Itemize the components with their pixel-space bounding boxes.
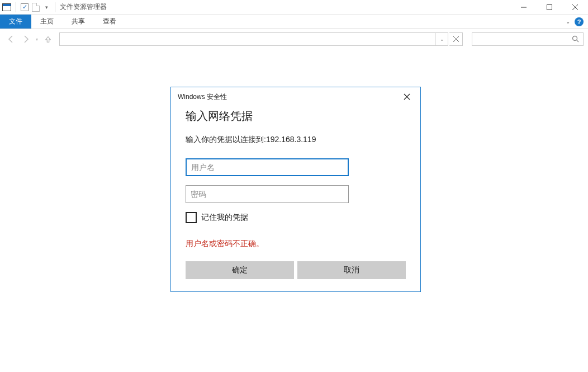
search-icon bbox=[572, 35, 580, 45]
back-button[interactable] bbox=[4, 32, 18, 46]
tab-view[interactable]: 查看 bbox=[94, 15, 125, 29]
svg-line-7 bbox=[577, 40, 579, 43]
cancel-button[interactable]: 取消 bbox=[297, 261, 406, 279]
new-folder-icon[interactable] bbox=[32, 3, 40, 12]
tab-home[interactable]: 主页 bbox=[31, 15, 63, 29]
ribbon-tabs: 文件 主页 共享 查看 ⌄ ? bbox=[0, 15, 588, 29]
help-icon[interactable]: ? bbox=[575, 17, 584, 26]
search-box[interactable] bbox=[472, 32, 584, 46]
up-button[interactable] bbox=[41, 32, 55, 46]
close-button[interactable] bbox=[562, 0, 588, 15]
address-dropdown-icon[interactable]: ⌄ bbox=[435, 33, 448, 45]
navigation-bar: ▾ ⌄ bbox=[0, 29, 588, 49]
dialog-subtitle: 输入你的凭据以连接到:192.168.3.119 bbox=[186, 135, 406, 145]
error-message: 用户名或密码不正确。 bbox=[186, 239, 406, 249]
address-bar[interactable]: ⌄ bbox=[59, 32, 448, 46]
credentials-dialog: Windows 安全性 输入网络凭据 输入你的凭据以连接到:192.168.3.… bbox=[170, 87, 421, 292]
ok-button[interactable]: 确定 bbox=[186, 261, 294, 279]
forward-button[interactable] bbox=[19, 32, 32, 46]
separator bbox=[16, 2, 16, 12]
remember-checkbox[interactable] bbox=[186, 212, 197, 223]
password-input[interactable] bbox=[186, 185, 349, 203]
properties-icon[interactable]: ✓ bbox=[21, 3, 29, 11]
minimize-button[interactable] bbox=[511, 0, 537, 15]
tab-share[interactable]: 共享 bbox=[63, 15, 94, 29]
dialog-heading: 输入网络凭据 bbox=[186, 109, 406, 124]
tab-file[interactable]: 文件 bbox=[0, 15, 31, 29]
history-dropdown-icon[interactable]: ▾ bbox=[34, 37, 40, 42]
window-title: 文件资源管理器 bbox=[60, 2, 107, 12]
ribbon-collapse-icon[interactable]: ⌄ bbox=[566, 18, 570, 25]
remember-label: 记住我的凭据 bbox=[201, 213, 248, 223]
dialog-titlebar: Windows 安全性 bbox=[171, 87, 420, 106]
svg-rect-1 bbox=[547, 4, 552, 10]
window-controls bbox=[511, 0, 588, 15]
dialog-close-button[interactable] bbox=[400, 90, 414, 103]
svg-point-6 bbox=[573, 36, 577, 41]
separator bbox=[55, 2, 55, 12]
window-titlebar: ✓ ▾ 文件资源管理器 bbox=[0, 0, 588, 15]
quick-access-toolbar: ✓ ▾ bbox=[2, 2, 56, 12]
dialog-title: Windows 安全性 bbox=[178, 92, 227, 102]
username-input[interactable] bbox=[186, 158, 349, 176]
address-refresh-button[interactable] bbox=[449, 32, 463, 46]
maximize-button[interactable] bbox=[537, 0, 562, 15]
app-icon bbox=[2, 3, 11, 11]
qat-dropdown-icon[interactable]: ▾ bbox=[43, 4, 50, 10]
